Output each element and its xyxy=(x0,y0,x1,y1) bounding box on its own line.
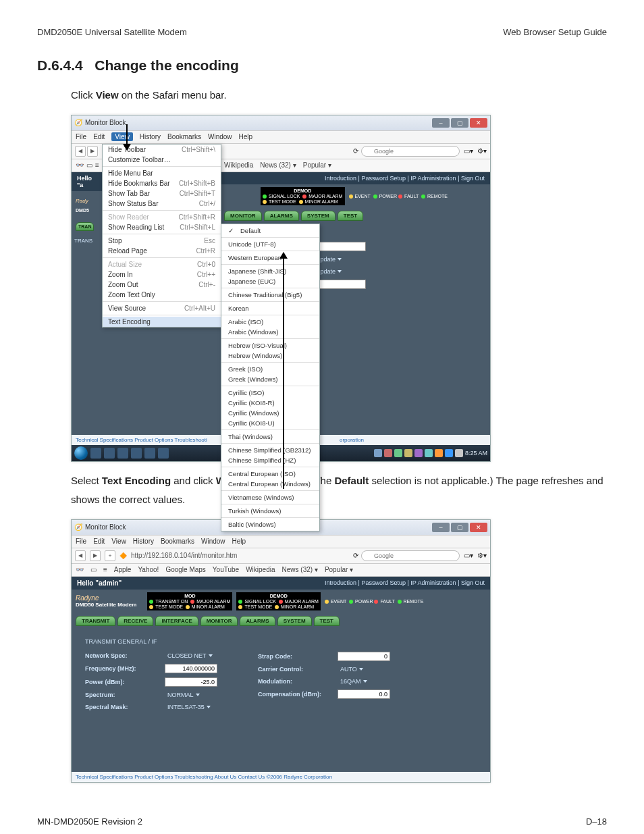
encoding-option[interactable]: Baltic (Windows) xyxy=(221,519,319,529)
view-menu-item[interactable]: Show ReaderCtrl+Shift+R xyxy=(103,212,221,222)
view-menu-dropdown[interactable]: Hide ToolbarCtrl+Shift+\Customize Toolba… xyxy=(102,144,221,328)
search-input[interactable] xyxy=(361,146,460,157)
encoding-option[interactable]: Western European xyxy=(221,253,319,263)
view-menu-item[interactable]: Zoom OutCtrl+- xyxy=(103,280,221,290)
modem-tab[interactable]: SYSTEM xyxy=(301,211,336,221)
modem-tab[interactable]: MONITOR xyxy=(200,616,238,626)
form-input[interactable] xyxy=(313,280,366,289)
encoding-option[interactable]: Greek (Windows) xyxy=(221,374,319,384)
view-menu-item[interactable]: Hide ToolbarCtrl+Shift+\ xyxy=(103,145,221,155)
menu-bookmarks[interactable]: Bookmarks xyxy=(167,133,201,140)
form-input[interactable] xyxy=(338,689,390,699)
menu-bar[interactable]: FileEditViewHistoryBookmarksWindowHelp xyxy=(72,130,490,144)
encoding-option[interactable]: Default xyxy=(221,226,319,236)
view-menu-item[interactable]: View SourceCtrl+Alt+U xyxy=(103,303,221,313)
admin-nav-links[interactable]: Introduction | Password Setup | IP Admin… xyxy=(325,175,485,182)
page-menu-icon[interactable]: ▭▾ xyxy=(464,147,473,155)
encoding-option[interactable]: Japanese (Shift-JIS) xyxy=(221,266,319,276)
view-menu-item[interactable]: Zoom Text Only xyxy=(103,290,221,300)
form-select[interactable]: AUTO xyxy=(338,665,366,673)
start-orb[interactable] xyxy=(74,446,88,460)
modem-tab[interactable]: SYSTEM xyxy=(277,616,312,626)
reload-icon[interactable]: ⟳ xyxy=(353,147,358,155)
encoding-option[interactable]: Hebrew (Windows) xyxy=(221,350,319,361)
modem-tab[interactable]: INTERFACE xyxy=(155,616,198,626)
menu-bookmarks[interactable]: Bookmarks xyxy=(161,538,194,545)
menu-edit[interactable]: Edit xyxy=(93,133,105,140)
bookmark-item[interactable]: YouTube xyxy=(213,566,239,573)
menu-view[interactable]: View xyxy=(111,132,133,141)
modem-tab[interactable]: MONITOR xyxy=(224,211,262,221)
task-icon[interactable] xyxy=(117,448,128,459)
topsites-icon[interactable]: ≡ xyxy=(103,566,107,573)
form-select[interactable]: NORMAL xyxy=(165,691,203,699)
form-input[interactable] xyxy=(165,664,217,673)
window-max-button[interactable]: ▢ xyxy=(451,118,468,128)
back-button[interactable]: ◀ xyxy=(75,550,86,561)
encoding-option[interactable]: Hebrew (ISO-Visual) xyxy=(221,340,319,350)
forward-button[interactable]: ▶ xyxy=(87,146,98,157)
encoding-option[interactable]: Vietnamese (Windows) xyxy=(221,492,319,502)
gear-icon[interactable]: ⚙▾ xyxy=(477,147,487,155)
menu-window[interactable]: Window xyxy=(208,133,232,140)
view-menu-item[interactable]: Show Tab BarCtrl+Shift+T xyxy=(103,188,221,199)
window-max-button[interactable]: ▢ xyxy=(451,523,468,532)
bookmark-item[interactable]: Popular ▾ xyxy=(325,566,353,573)
modem-tab[interactable]: ALARMS xyxy=(264,211,299,221)
view-menu-item[interactable]: Actual SizeCtrl+0 xyxy=(103,259,221,269)
modem-tab[interactable]: TEST xyxy=(338,211,363,221)
reload-icon[interactable]: ⟳ xyxy=(353,552,358,559)
menu-history[interactable]: History xyxy=(133,538,154,545)
bookmarks-icon[interactable]: ▭ xyxy=(86,161,92,169)
menu-window[interactable]: Window xyxy=(201,538,225,545)
encoding-option[interactable]: Korean xyxy=(221,303,319,313)
encoding-option[interactable]: Central European (ISO) xyxy=(221,469,319,479)
modem-tab[interactable]: TRANSMIT xyxy=(76,616,115,626)
view-menu-item[interactable]: Hide Menu Bar xyxy=(103,168,221,178)
gear-icon[interactable]: ⚙▾ xyxy=(477,552,487,559)
add-bookmark-button[interactable]: ＋ xyxy=(105,550,115,561)
modem-page-footer[interactable]: Technical Specifications Product Options… xyxy=(72,772,490,782)
view-menu-item[interactable]: Zoom InCtrl++ xyxy=(103,269,221,280)
menu-help[interactable]: Help xyxy=(232,538,246,545)
window-min-button[interactable]: – xyxy=(432,118,450,128)
encoding-option[interactable]: Turkish (Windows) xyxy=(221,506,319,516)
form-select[interactable]: INTELSAT-35 xyxy=(165,703,213,711)
encoding-option[interactable]: Cyrillic (ISO) xyxy=(221,388,319,398)
menu-view[interactable]: View xyxy=(111,538,126,545)
bookmark-item[interactable]: Apple xyxy=(114,566,132,573)
task-icon[interactable] xyxy=(158,448,169,459)
view-menu-item[interactable]: Text Encoding xyxy=(103,317,221,327)
text-encoding-submenu[interactable]: DefaultUnicode (UTF-8)Western EuropeanJa… xyxy=(221,224,320,531)
encoding-option[interactable]: Chinese Traditional (Big5) xyxy=(221,290,319,300)
encoding-option[interactable]: Unicode (UTF-8) xyxy=(221,239,319,249)
modem-tab[interactable]: TEST xyxy=(314,616,340,626)
encoding-option[interactable]: Cyrillic (Windows) xyxy=(221,408,319,418)
admin-nav-links[interactable]: Introduction | Password Setup | IP Admin… xyxy=(325,579,485,586)
bookmark-item[interactable]: Google Maps xyxy=(165,566,205,573)
view-menu-item[interactable]: StopEsc xyxy=(103,236,221,246)
form-input[interactable] xyxy=(313,242,366,251)
menu-file[interactable]: File xyxy=(76,133,86,140)
encoding-option[interactable]: Cyrillic (KOI8-U) xyxy=(221,418,319,428)
encoding-option[interactable]: Cyrillic (KOI8-R) xyxy=(221,398,319,408)
back-button[interactable]: ◀ xyxy=(75,146,86,157)
window-min-button[interactable]: – xyxy=(432,523,450,532)
view-menu-item[interactable]: Reload PageCtrl+R xyxy=(103,246,221,256)
encoding-option[interactable]: Chinese Simplified (GB2312) xyxy=(221,445,319,455)
page-menu-icon[interactable]: ▭▾ xyxy=(464,552,473,559)
task-icon[interactable] xyxy=(131,448,142,459)
forward-button[interactable]: ▶ xyxy=(90,550,101,561)
menu-help[interactable]: Help xyxy=(239,133,253,140)
form-input[interactable] xyxy=(165,677,217,687)
form-select[interactable]: CLOSED NET xyxy=(165,652,215,660)
encoding-option[interactable]: Arabic (ISO) xyxy=(221,317,319,327)
window-close-button[interactable]: ✕ xyxy=(470,118,487,128)
form-input[interactable] xyxy=(338,652,390,661)
search-input[interactable] xyxy=(361,550,460,561)
address-url[interactable]: http://192.168.0.104/int/monitor.htm xyxy=(131,552,349,559)
bookmark-item[interactable]: News (32) ▾ xyxy=(282,566,318,573)
view-menu-item[interactable]: Customize Toolbar… xyxy=(103,155,221,165)
modem-tab[interactable]: ALARMS xyxy=(240,616,275,626)
menu-bar[interactable]: FileEditViewHistoryBookmarksWindowHelp xyxy=(72,535,490,548)
